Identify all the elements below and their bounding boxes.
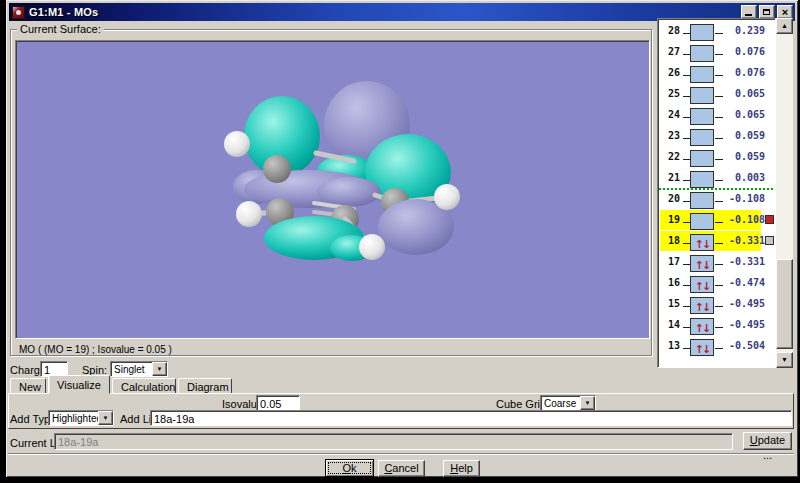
mo-energy: 0.059 (721, 151, 765, 162)
mo-level-box[interactable] (690, 171, 714, 188)
surface-status-text: MO ( (MO = 19) ; Isovalue = 0.05 ) (19, 344, 172, 355)
mo-row[interactable]: 15↑↓-0.495 (660, 294, 761, 314)
mo-level-box[interactable] (690, 150, 714, 167)
mo-energy: 0.003 (721, 172, 765, 183)
mo-row[interactable]: 13↑↓-0.504 (660, 336, 761, 356)
mo-energy: 0.076 (721, 46, 765, 57)
mo-index: 16 (663, 277, 680, 288)
mo-row[interactable]: 260.076 (660, 63, 761, 83)
current-surface-groupbox: Current Surface: (10, 29, 652, 356)
electron-pair-arrows: ↑↓ (695, 259, 709, 272)
hydrogen-atom (434, 184, 460, 210)
mo-row[interactable]: 240.065 (660, 105, 761, 125)
mo-row[interactable]: 210.003 (660, 168, 761, 188)
mo-row[interactable]: 19-0.108 (660, 210, 761, 230)
orbital-lobe-band-positive (317, 177, 381, 207)
add-list-input[interactable] (150, 410, 792, 426)
add-type-select[interactable]: Highlighted ▼ (48, 410, 114, 426)
mo-index: 15 (663, 298, 680, 309)
mo-level-box[interactable]: ↑↓ (690, 234, 714, 251)
mo-level-box[interactable] (690, 24, 714, 41)
electron-pair-arrows: ↑↓ (695, 301, 709, 314)
mo-index: 18 (663, 235, 680, 246)
mo-index: 21 (663, 172, 680, 183)
app-icon (12, 6, 25, 19)
tab-calculation[interactable]: Calculation (112, 378, 176, 394)
mo-level-box[interactable] (690, 108, 714, 125)
mo-level-box[interactable] (690, 66, 714, 83)
molecule-3d-viewport[interactable] (15, 40, 650, 339)
isovalue-input[interactable] (256, 395, 300, 411)
close-icon: × (778, 5, 792, 19)
chevron-down-icon[interactable]: ▼ (98, 411, 113, 425)
ok-button[interactable]: Ok (325, 459, 374, 477)
mo-energy: -0.108 (721, 214, 765, 225)
minimize-button[interactable] (741, 5, 757, 19)
close-button[interactable]: × (777, 5, 793, 19)
tab-visualize[interactable]: Visualize (48, 375, 110, 394)
mo-level-box[interactable]: ↑↓ (690, 339, 714, 356)
update-button[interactable]: Update ... (743, 432, 792, 450)
mo-index: 20 (663, 193, 680, 204)
mo-row[interactable]: 250.065 (660, 84, 761, 104)
mo-index: 14 (663, 319, 680, 330)
mo-list-scrollbar[interactable]: ▲ ▼ (776, 18, 793, 368)
mo-index: 26 (663, 67, 680, 78)
scrollbar-thumb[interactable] (776, 259, 793, 349)
chevron-down-icon[interactable]: ▼ (580, 396, 595, 410)
mo-level-box[interactable] (690, 192, 714, 209)
mo-level-box[interactable]: ↑↓ (690, 318, 714, 335)
restore-button[interactable] (759, 5, 775, 19)
scroll-down-button[interactable]: ▼ (776, 352, 793, 368)
mos-dialog-window: G1:M1 - MOs × Current Surface: (6, 0, 798, 477)
electron-pair-arrows: ↑↓ (695, 322, 709, 335)
scroll-up-button[interactable]: ▲ (776, 18, 793, 34)
mo-energy: 0.065 (721, 109, 765, 120)
mo-level-box[interactable] (690, 213, 714, 230)
mo-level-box[interactable] (690, 45, 714, 62)
mo-level-box[interactable]: ↑↓ (690, 255, 714, 272)
mo-level-box[interactable]: ↑↓ (690, 297, 714, 314)
mo-row[interactable]: 18↑↓-0.331 (660, 231, 761, 251)
spin-select[interactable]: Singlet ▼ (110, 361, 168, 377)
mo-row[interactable]: 270.076 (660, 42, 761, 62)
hydrogen-atom (359, 234, 385, 260)
current-surface-label: Current Surface: (17, 23, 104, 35)
mo-row[interactable]: 17↑↓-0.331 (660, 252, 761, 272)
mo-energy: 0.076 (721, 67, 765, 78)
mo-energy: 0.239 (721, 25, 765, 36)
mo-index: 28 (663, 25, 680, 36)
mo-row[interactable]: 220.059 (660, 147, 761, 167)
mo-index: 24 (663, 109, 680, 120)
mo-level-box[interactable] (690, 87, 714, 104)
mo-row[interactable]: 14↑↓-0.495 (660, 315, 761, 335)
carbon-atom (263, 155, 291, 183)
mo-marker-gray[interactable] (765, 236, 774, 245)
spin-selected-value: Singlet (114, 364, 145, 375)
mo-marker-red[interactable] (765, 215, 774, 224)
cube-grid-selected-value: Coarse (544, 398, 576, 409)
cube-grid-select[interactable]: Coarse ▼ (540, 395, 596, 411)
electron-pair-arrows: ↑↓ (695, 238, 709, 251)
add-type-selected-value: Highlighted (52, 413, 102, 424)
electron-pair-arrows: ↑↓ (695, 280, 709, 293)
mo-energy: 0.065 (721, 88, 765, 99)
mo-index: 25 (663, 88, 680, 99)
cancel-button[interactable]: Cancel (378, 460, 425, 477)
tab-new[interactable]: New (10, 378, 46, 394)
help-button[interactable]: Help (443, 460, 480, 477)
button-divider (8, 453, 794, 455)
mo-row[interactable]: 280.239 (660, 21, 761, 41)
mo-energy: -0.474 (721, 277, 765, 288)
chevron-down-icon[interactable]: ▼ (152, 362, 167, 376)
mo-level-box[interactable] (690, 129, 714, 146)
hydrogen-atom (236, 201, 262, 227)
mo-index: 19 (663, 214, 680, 225)
mo-row[interactable]: 16↑↓-0.474 (660, 273, 761, 293)
molecular-orbital-render (16, 41, 649, 338)
mo-energy: -0.331 (721, 256, 765, 267)
mo-row[interactable]: 230.059 (660, 126, 761, 146)
mo-row[interactable]: 20-0.108 (660, 189, 761, 209)
mo-level-box[interactable]: ↑↓ (690, 276, 714, 293)
tab-diagram[interactable]: Diagram (178, 378, 232, 394)
